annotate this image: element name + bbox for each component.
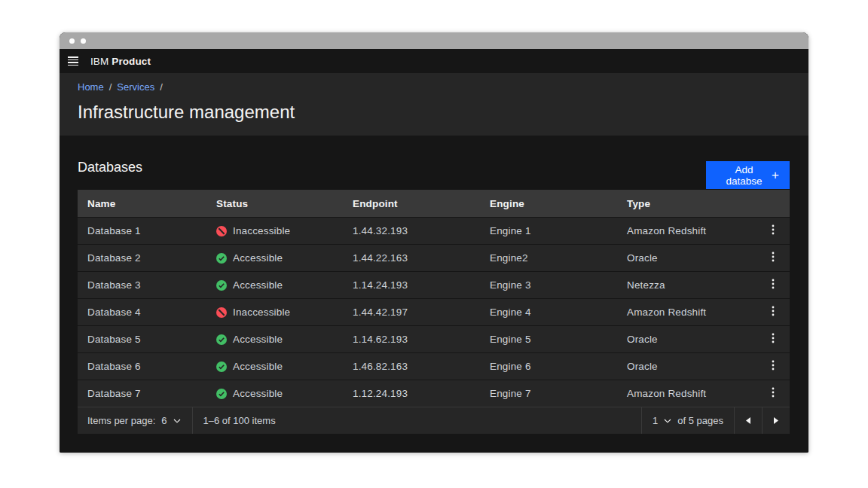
- cell-endpoint: 1.44.42.197: [343, 307, 480, 318]
- status-label: Inaccessible: [233, 225, 290, 236]
- cell-endpoint: 1.12.24.193: [343, 388, 480, 399]
- pagination-range-label: 1–6 of 100 items: [193, 407, 276, 434]
- page-number-value: 1: [653, 415, 658, 426]
- cell-name: Database 1: [78, 225, 206, 236]
- status-label: Accessible: [233, 361, 283, 372]
- table-row: Database 5Accessible1.14.62.193Engine 5O…: [78, 325, 790, 352]
- window-control-dot: [81, 38, 86, 44]
- page-header-band: Home/Services/ Infrastructure management: [60, 73, 808, 136]
- cell-endpoint: 1.44.32.193: [343, 225, 480, 236]
- table-row: Database 3Accessible1.14.24.193Engine 3N…: [78, 271, 790, 298]
- checkmark-filled-icon: [216, 389, 227, 399]
- cell-status: Inaccessible: [206, 225, 343, 236]
- breadcrumb-separator: /: [109, 81, 112, 93]
- items-per-page-label: Items per page:: [87, 415, 155, 426]
- hamburger-menu-button[interactable]: [63, 49, 84, 73]
- column-header-type: Type: [617, 198, 756, 209]
- cell-engine: Engine2: [480, 252, 617, 264]
- row-overflow-menu-button[interactable]: [763, 221, 784, 242]
- status-label: Accessible: [233, 252, 283, 264]
- databases-table: NameStatusEndpointEngineType Database 1I…: [78, 190, 790, 407]
- cell-engine: Engine 3: [480, 279, 617, 291]
- cell-engine: Engine 4: [480, 307, 617, 318]
- browser-window: IBMProduct Home/Services/ Infrastructure…: [60, 32, 808, 453]
- add-database-button-label: Add databse: [717, 164, 772, 187]
- cell-type: Oracle: [617, 361, 756, 372]
- cell-name: Database 2: [78, 252, 206, 264]
- breadcrumb-link-services[interactable]: Services: [117, 81, 154, 93]
- table-row: Database 1Inaccessible1.44.32.193Engine …: [78, 217, 790, 244]
- app-header: IBMProduct: [60, 49, 808, 73]
- main-content: Databases Add databse + NameStatusEndpoi…: [60, 136, 808, 453]
- next-page-button[interactable]: [762, 407, 790, 434]
- caret-left-icon: [746, 417, 750, 424]
- menu-icon: [68, 56, 78, 66]
- cell-type: Amazon Redshift: [617, 307, 756, 318]
- checkmark-filled-icon: [216, 280, 227, 291]
- table-row: Database 2Accessible1.44.22.163Engine2Or…: [78, 244, 790, 271]
- cell-engine: Engine 6: [480, 361, 617, 372]
- cell-type: Oracle: [617, 252, 756, 264]
- overflow-menu-vertical-icon: [772, 252, 775, 264]
- row-overflow-menu-button[interactable]: [763, 329, 784, 350]
- column-header-status: Status: [206, 198, 343, 209]
- column-header-endpoint: Endpoint: [343, 198, 480, 209]
- row-overflow-menu-button[interactable]: [763, 248, 784, 269]
- cell-status: Accessible: [206, 361, 343, 372]
- cell-name: Database 3: [78, 279, 206, 291]
- pagination-bar: Items per page: 6 1–6 of 100 items 1 of …: [78, 407, 790, 434]
- cell-engine: Engine 5: [480, 334, 617, 345]
- column-header-name: Name: [78, 198, 206, 209]
- row-overflow-menu-button[interactable]: [763, 302, 784, 323]
- checkmark-filled-icon: [216, 253, 227, 264]
- table-row: Database 7Accessible1.12.24.193Engine 7A…: [78, 380, 790, 407]
- overflow-menu-vertical-icon: [772, 333, 775, 346]
- cell-endpoint: 1.46.82.163: [343, 361, 480, 372]
- breadcrumb-link-home[interactable]: Home: [78, 81, 104, 93]
- cell-type: Oracle: [617, 334, 756, 345]
- header-prefix: IBM: [90, 56, 108, 67]
- cell-status: Accessible: [206, 279, 343, 291]
- status-label: Inaccessible: [233, 307, 290, 318]
- cell-name: Database 4: [78, 307, 206, 318]
- breadcrumb-separator: /: [160, 81, 163, 93]
- row-overflow-menu-button[interactable]: [763, 383, 784, 404]
- status-label: Accessible: [233, 334, 283, 345]
- cell-endpoint: 1.14.24.193: [343, 279, 480, 291]
- overflow-menu-vertical-icon: [772, 387, 775, 400]
- page-number-select[interactable]: 1 of 5 pages: [641, 407, 734, 434]
- cell-engine: Engine 7: [480, 388, 617, 399]
- cell-status: Accessible: [206, 388, 343, 399]
- cell-type: Netezza: [617, 279, 756, 291]
- status-label: Accessible: [233, 279, 283, 291]
- pagination-spacer: [276, 407, 641, 434]
- column-header-engine: Engine: [480, 198, 617, 209]
- caret-right-icon: [774, 417, 778, 424]
- items-per-page-value: 6: [161, 415, 167, 426]
- overflow-menu-vertical-icon: [772, 360, 775, 373]
- chevron-down-icon: [664, 419, 671, 423]
- table-header-row: NameStatusEndpointEngineType: [78, 190, 790, 217]
- checkmark-filled-icon: [216, 361, 227, 372]
- section-title: Databases: [78, 151, 142, 175]
- overflow-menu-vertical-icon: [772, 279, 775, 291]
- cell-type: Amazon Redshift: [617, 388, 756, 399]
- previous-page-button[interactable]: [734, 407, 762, 434]
- page-title: Infrastructure management: [78, 102, 790, 123]
- chevron-down-icon: [173, 419, 181, 423]
- cell-status: Accessible: [206, 252, 343, 264]
- cell-name: Database 6: [78, 361, 206, 372]
- cell-status: Inaccessible: [206, 307, 343, 318]
- header-product: Product: [112, 56, 151, 67]
- table-row: Database 4Inaccessible1.44.42.197Engine …: [78, 298, 790, 325]
- row-overflow-menu-button[interactable]: [763, 356, 784, 377]
- cell-name: Database 5: [78, 334, 206, 345]
- items-per-page-select[interactable]: Items per page: 6: [78, 407, 193, 434]
- add-database-button[interactable]: Add databse +: [706, 161, 790, 189]
- cell-name: Database 7: [78, 388, 206, 399]
- overflow-menu-vertical-icon: [772, 306, 775, 319]
- section-header: Databases Add databse +: [78, 136, 790, 190]
- cell-status: Accessible: [206, 334, 343, 345]
- pages-total-label: of 5 pages: [677, 415, 723, 426]
- row-overflow-menu-button[interactable]: [763, 275, 784, 296]
